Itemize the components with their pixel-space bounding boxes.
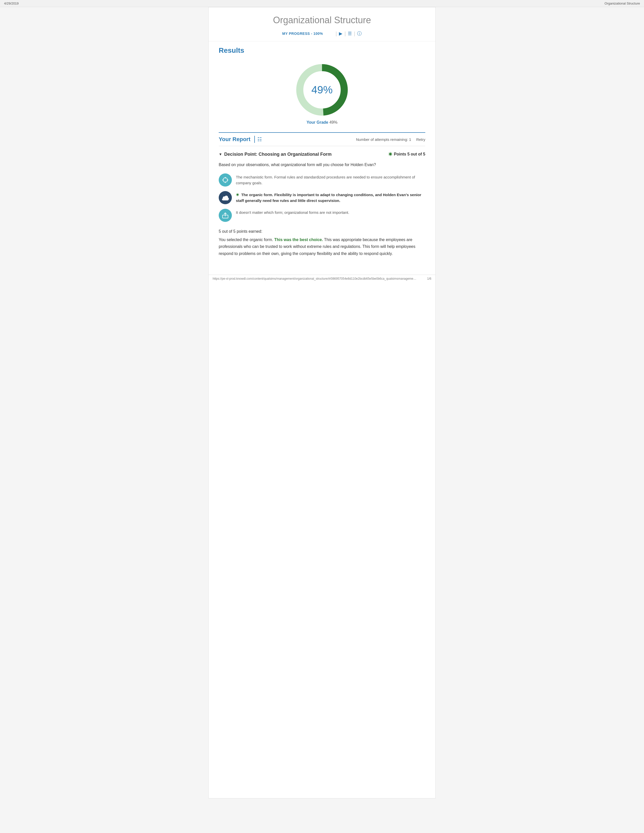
answer-option-3: It doesn't matter which form; organizati… [219,209,425,222]
footer-page-number: 1/6 [427,277,431,280]
explanation-text: You selected the organic form. This was … [219,236,425,257]
progress-row: MY PROGRESS - 100% | ▶ | ☰ | ⓘ [214,29,430,39]
browser-page-title: Organizational Structure [605,2,640,5]
question-text: Based on your observations, what organiz… [219,162,425,168]
answer-option-1: The mechanistic form. Formal rules and s… [219,174,425,187]
answer-text-1: The mechanistic form. Formal rules and s… [236,174,425,186]
answer-icon-2 [219,191,232,204]
toolbar-icons: | ▶ | ☰ | ⓘ [336,31,362,37]
retry-button[interactable]: Retry [416,137,425,142]
grade-percent-text: 49% [311,84,333,96]
explanation-start: You selected the organic form. [219,238,274,242]
points-badge: ✷ Points 5 out of 5 [388,151,425,157]
decision-section: ▼ Decision Point: Choosing an Organizati… [219,146,425,262]
grade-label-row: Your Grade 49% [307,120,337,125]
grade-value: 49% [328,120,337,124]
grade-label: Your Grade [307,120,328,124]
footer-url: https://pe-xl-prod.knowdl.com/content/qu… [213,277,417,280]
your-report-title: Your Report [219,136,250,143]
browser-bar: 4/29/2019 Organizational Structure [0,0,644,7]
crosshair-svg [222,177,229,183]
page-title: Organizational Structure [214,15,430,26]
best-choice-text: This was the best choice. [274,238,323,242]
decision-title: Decision Point: Choosing an Organization… [224,152,332,157]
export-svg [222,212,229,219]
answer-text-2: ✷ The organic form. Flexibility is impor… [236,191,425,203]
divider3: | [354,31,355,37]
footer-bar: https://pe-xl-prod.knowdl.com/content/qu… [209,275,435,283]
progress-label: MY PROGRESS - 100% [282,32,323,35]
answer-text-3: It doesn't matter which form; organizati… [236,209,349,215]
attempts-text: Number of attempts remaining: 1 [356,137,411,142]
divider-icon: | [336,31,337,37]
info-icon[interactable]: ⓘ [357,31,362,37]
page-title-area: Organizational Structure MY PROGRESS - 1… [209,7,435,42]
main-content: Results 49% Your Grade 49% Your Report ☷… [209,42,435,267]
points-star-icon: ✷ [388,151,393,157]
collapse-icon[interactable]: ▼ [219,152,222,156]
points-label: Points 5 out of 5 [394,152,425,156]
answer-icon-3 [219,209,232,222]
play-icon[interactable]: ▶ [339,31,343,36]
grade-area: 49% Your Grade 49% [219,62,425,125]
donut-chart: 49% [294,62,350,117]
report-divider [254,136,255,143]
correct-star-icon: ✷ [236,193,239,197]
browser-date: 4/29/2019 [4,2,19,5]
cloud-svg [222,195,229,200]
answer-icon-1 [219,174,232,187]
list-icon[interactable]: ☰ [348,31,352,36]
results-heading: Results [219,47,425,55]
decision-header: ▼ Decision Point: Choosing an Organizati… [219,151,425,157]
decision-title-left: ▼ Decision Point: Choosing an Organizati… [219,152,332,157]
points-earned-title: 5 out of 5 points earned: [219,228,425,235]
page-wrapper: Organizational Structure MY PROGRESS - 1… [208,7,436,798]
divider2: | [345,31,346,37]
points-earned-section: 5 out of 5 points earned: You selected t… [219,228,425,257]
your-report-bar: Your Report ☷ Number of attempts remaini… [219,132,425,146]
filter-icon[interactable]: ☷ [258,136,262,142]
answer-option-2: ✷ The organic form. Flexibility is impor… [219,191,425,204]
